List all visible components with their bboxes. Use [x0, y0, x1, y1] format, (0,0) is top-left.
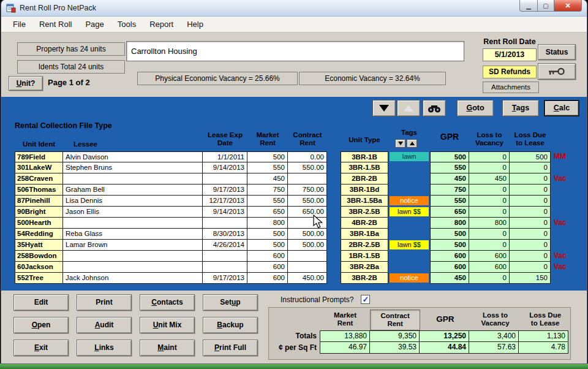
close-button[interactable]: ✕ [554, 0, 582, 12]
menu-help[interactable]: Help [180, 17, 210, 32]
tag-chip[interactable]: notice [390, 273, 429, 283]
cell-tag[interactable]: lawn $$ [388, 240, 430, 251]
scroll-up-button[interactable] [397, 100, 420, 116]
scroll-down-button[interactable] [372, 100, 396, 116]
cell-tag[interactable] [388, 262, 430, 273]
table-row-left[interactable]: 90BrightJason Ellis9/14/2013650650.00 [15, 207, 327, 218]
cell-unit-ident[interactable]: 60Jackson [15, 262, 63, 273]
cell-lessee[interactable] [63, 173, 203, 184]
button-print[interactable]: Print [77, 294, 132, 311]
cell-unit-ident[interactable]: 500Hearth [15, 218, 63, 229]
cell-loss-to-vacancy[interactable]: 600 [469, 251, 510, 262]
cell-unit-type[interactable]: 3BR-2Ba [341, 262, 388, 273]
cell-tag[interactable] [388, 218, 430, 229]
cell-tag[interactable]: notice [388, 273, 430, 284]
cell-unit-type[interactable]: 3BR-2.5B [341, 207, 388, 218]
cell-lessee[interactable]: Graham Bell [63, 184, 203, 196]
cell-tag[interactable] [388, 251, 430, 262]
cell-loss-to-vacancy[interactable]: 450 [469, 173, 510, 184]
button-setup[interactable]: Setup [203, 294, 258, 311]
instructional-prompts-checkbox[interactable]: ✓ [361, 295, 370, 304]
menu-tools[interactable]: Tools [111, 17, 143, 32]
button-print-full[interactable]: Print Full [203, 340, 258, 356]
cell-tag[interactable]: lawn $$ [388, 207, 430, 218]
cell-lessee[interactable]: Jack Johnson [63, 273, 203, 284]
cell-loss-to-vacancy[interactable]: 0 [469, 151, 510, 162]
cell-unit-type[interactable]: 3BR-1Ba [341, 229, 388, 240]
cell-lease-exp-date[interactable]: 1/1/2011 [203, 151, 247, 162]
cell-unit-type[interactable]: 3BR-2B [341, 273, 388, 284]
unit-button[interactable]: Unit? [9, 76, 43, 91]
cell-market-rent[interactable]: 500 [247, 151, 288, 162]
table-row-right[interactable]: 4BR-2B8008000Vac [341, 218, 575, 229]
cell-tag[interactable]: lawn [388, 151, 430, 162]
menu-rent-roll[interactable]: Rent Roll [32, 17, 78, 32]
table-row-left[interactable]: 54ReddingReba Glass8/30/2013500500.00 [15, 229, 327, 240]
cell-lease-exp-date[interactable]: 9/14/2013 [203, 162, 247, 173]
menu-report[interactable]: Report [143, 17, 180, 32]
cell-gpr[interactable]: 550 [430, 196, 469, 207]
menu-page[interactable]: Page [78, 17, 110, 32]
property-name-input[interactable]: Carrollton Housing [126, 41, 464, 61]
table-row-left[interactable]: 500Hearth800 [15, 218, 327, 229]
tag-chip[interactable]: notice [390, 196, 429, 205]
table-row-left[interactable]: 301LakeWStephen Bruns9/14/2013550550.00 [15, 162, 327, 173]
titlebar[interactable]: Rent Roll Pro NetPack ▁ ▢ ✕ [1, 0, 587, 17]
cell-lessee[interactable]: Jason Ellis [63, 207, 203, 218]
tag-chip[interactable]: lawn $$ [390, 207, 429, 216]
cell-loss-due-to-lease[interactable]: 150 [510, 273, 551, 284]
cell-market-rent[interactable]: 600 [247, 273, 288, 284]
table-row-right[interactable]: 3BR-1Blawn5000500MM [341, 151, 575, 162]
table-row-right[interactable]: 3BR-2.5Blawn $$65000 [341, 207, 575, 218]
cell-loss-to-vacancy[interactable]: 0 [469, 229, 510, 240]
cell-unit-ident[interactable]: 90Bright [15, 207, 63, 218]
cell-lease-exp-date[interactable]: 8/30/2013 [203, 229, 247, 240]
cell-contract-rent[interactable]: 550.00 [288, 162, 327, 173]
cell-market-rent[interactable]: 800 [247, 218, 288, 229]
button-open[interactable]: Open [13, 317, 69, 333]
cell-loss-due-to-lease[interactable]: 0 [510, 196, 551, 207]
cell-unit-type[interactable]: 1BR-1.5B [341, 251, 388, 262]
cell-market-rent[interactable]: 450 [247, 173, 288, 184]
cell-unit-ident[interactable]: 789Field [15, 151, 63, 162]
table-row-left[interactable]: 87PinehillLisa Dennis12/17/2013550550.00 [15, 196, 327, 207]
cell-unit-type[interactable]: 3BR-1Bd [341, 184, 388, 196]
cell-market-rent[interactable]: 550 [247, 162, 288, 173]
cell-unit-ident[interactable]: 258Craven [15, 173, 63, 184]
cell-loss-to-vacancy[interactable]: 0 [469, 207, 510, 218]
calc-button[interactable]: Calc [544, 100, 579, 116]
cell-contract-rent[interactable]: 500.00 [288, 240, 327, 251]
button-maint[interactable]: Maint [140, 340, 195, 356]
cell-loss-due-to-lease[interactable]: 0 [510, 218, 551, 229]
cell-loss-to-vacancy[interactable]: 0 [469, 196, 510, 207]
cell-tag[interactable]: notice [388, 196, 430, 207]
table-row-left[interactable]: 258Bowdon600 [15, 251, 327, 262]
tags-button[interactable]: Tags [502, 100, 539, 116]
cell-unit-type[interactable]: 4BR-2B [341, 218, 388, 229]
table-row-right[interactable]: 3BR-1.5B55000 [341, 162, 575, 173]
cell-contract-rent[interactable]: 750.00 [288, 184, 327, 196]
cell-market-rent[interactable]: 600 [247, 262, 288, 273]
cell-gpr[interactable]: 750 [430, 184, 469, 196]
cell-gpr[interactable]: 600 [430, 262, 469, 273]
cell-unit-ident[interactable]: 301LakeW [15, 162, 63, 173]
cell-lease-exp-date[interactable] [203, 173, 247, 184]
cell-market-rent[interactable]: 600 [247, 251, 288, 262]
find-button[interactable] [423, 100, 446, 116]
cell-loss-due-to-lease[interactable]: 0 [510, 184, 551, 196]
attachments-box[interactable]: Attachments [483, 82, 539, 93]
key-button[interactable] [538, 63, 576, 80]
cell-unit-type[interactable]: 3BR-1.5B [341, 162, 388, 173]
tags-filter-up-button[interactable] [407, 139, 417, 148]
table-row-left[interactable]: 35HyattLamar Brown4/26/2014500500.00 [15, 240, 327, 251]
cell-unit-type[interactable]: 2BR-2.5B [341, 240, 388, 251]
cell-tag[interactable] [388, 184, 430, 196]
cell-loss-to-vacancy[interactable]: 600 [469, 262, 510, 273]
cell-lessee[interactable]: Lisa Dennis [63, 196, 203, 207]
cell-contract-rent[interactable]: 550.00 [288, 196, 327, 207]
cell-market-rent[interactable]: 500 [247, 240, 288, 251]
cell-lease-exp-date[interactable] [203, 251, 247, 262]
cell-lessee[interactable]: Lamar Brown [63, 240, 203, 251]
cell-gpr[interactable]: 800 [430, 218, 469, 229]
cell-gpr[interactable]: 500 [430, 151, 469, 162]
